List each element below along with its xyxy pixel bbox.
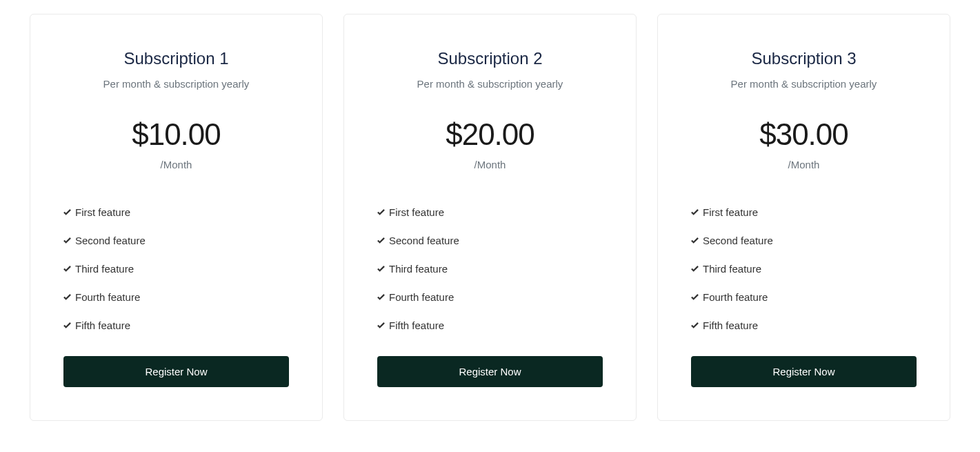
feature-item: Fourth feature bbox=[377, 283, 603, 311]
feature-label: Second feature bbox=[389, 235, 459, 246]
plan-period: /Month bbox=[377, 159, 603, 170]
feature-list: First feature Second feature Third featu… bbox=[691, 198, 917, 340]
price-block: $10.00 /Month bbox=[63, 117, 289, 170]
feature-label: First feature bbox=[703, 206, 758, 218]
plan-title: Subscription 3 bbox=[691, 49, 917, 68]
card-header: Subscription 1 Per month & subscription … bbox=[63, 49, 289, 90]
feature-item: Third feature bbox=[377, 255, 603, 283]
feature-item: Fifth feature bbox=[691, 311, 917, 340]
check-icon bbox=[63, 322, 71, 329]
plan-period: /Month bbox=[63, 159, 289, 170]
check-icon bbox=[377, 237, 385, 244]
feature-item: First feature bbox=[691, 198, 917, 226]
plan-title: Subscription 1 bbox=[63, 49, 289, 68]
plan-price: $30.00 bbox=[691, 117, 917, 152]
feature-label: Fourth feature bbox=[703, 291, 768, 303]
check-icon bbox=[377, 208, 385, 216]
feature-label: Fifth feature bbox=[703, 320, 758, 331]
plan-period: /Month bbox=[691, 159, 917, 170]
check-icon bbox=[63, 237, 71, 244]
feature-item: Second feature bbox=[63, 226, 289, 255]
feature-item: First feature bbox=[377, 198, 603, 226]
feature-list: First feature Second feature Third featu… bbox=[377, 198, 603, 340]
register-button[interactable]: Register Now bbox=[691, 356, 917, 387]
check-icon bbox=[377, 322, 385, 329]
feature-label: Second feature bbox=[75, 235, 146, 246]
check-icon bbox=[691, 208, 699, 216]
check-icon bbox=[377, 293, 385, 301]
feature-item: Second feature bbox=[691, 226, 917, 255]
feature-item: First feature bbox=[63, 198, 289, 226]
check-icon bbox=[691, 293, 699, 301]
feature-label: Third feature bbox=[389, 263, 448, 275]
pricing-card-1: Subscription 1 Per month & subscription … bbox=[30, 14, 323, 421]
feature-item: Third feature bbox=[63, 255, 289, 283]
feature-item: Fourth feature bbox=[691, 283, 917, 311]
feature-item: Fourth feature bbox=[63, 283, 289, 311]
check-icon bbox=[63, 293, 71, 301]
check-icon bbox=[691, 265, 699, 273]
price-block: $30.00 /Month bbox=[691, 117, 917, 170]
plan-price: $20.00 bbox=[377, 117, 603, 152]
feature-item: Fifth feature bbox=[63, 311, 289, 340]
feature-label: Fifth feature bbox=[75, 320, 130, 331]
feature-label: First feature bbox=[75, 206, 130, 218]
check-icon bbox=[63, 265, 71, 273]
feature-list: First feature Second feature Third featu… bbox=[63, 198, 289, 340]
card-header: Subscription 3 Per month & subscription … bbox=[691, 49, 917, 90]
plan-subtitle: Per month & subscription yearly bbox=[63, 78, 289, 90]
feature-label: First feature bbox=[389, 206, 444, 218]
pricing-container: Subscription 1 Per month & subscription … bbox=[28, 14, 952, 421]
feature-label: Second feature bbox=[703, 235, 773, 246]
feature-label: Fifth feature bbox=[389, 320, 444, 331]
check-icon bbox=[691, 237, 699, 244]
pricing-card-3: Subscription 3 Per month & subscription … bbox=[657, 14, 950, 421]
feature-item: Second feature bbox=[377, 226, 603, 255]
check-icon bbox=[377, 265, 385, 273]
plan-subtitle: Per month & subscription yearly bbox=[691, 78, 917, 90]
feature-label: Fourth feature bbox=[75, 291, 140, 303]
check-icon bbox=[691, 322, 699, 329]
feature-item: Fifth feature bbox=[377, 311, 603, 340]
feature-item: Third feature bbox=[691, 255, 917, 283]
check-icon bbox=[63, 208, 71, 216]
feature-label: Third feature bbox=[75, 263, 134, 275]
pricing-card-2: Subscription 2 Per month & subscription … bbox=[343, 14, 637, 421]
register-button[interactable]: Register Now bbox=[63, 356, 289, 387]
plan-title: Subscription 2 bbox=[377, 49, 603, 68]
plan-price: $10.00 bbox=[63, 117, 289, 152]
card-header: Subscription 2 Per month & subscription … bbox=[377, 49, 603, 90]
register-button[interactable]: Register Now bbox=[377, 356, 603, 387]
feature-label: Fourth feature bbox=[389, 291, 454, 303]
price-block: $20.00 /Month bbox=[377, 117, 603, 170]
plan-subtitle: Per month & subscription yearly bbox=[377, 78, 603, 90]
feature-label: Third feature bbox=[703, 263, 761, 275]
